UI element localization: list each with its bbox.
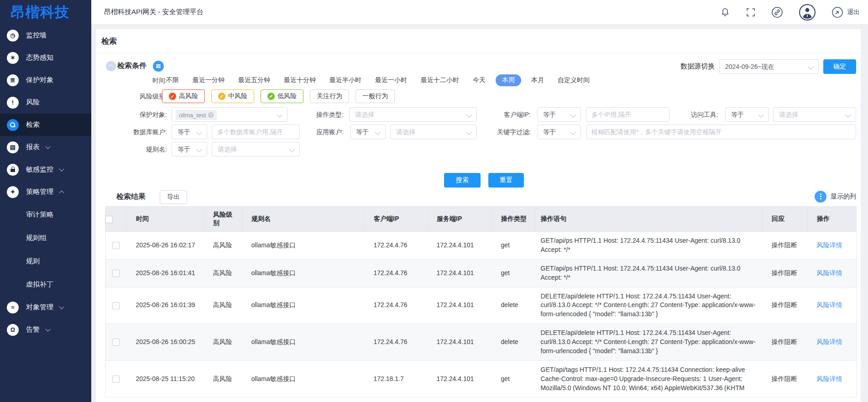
keyword-input[interactable] bbox=[586, 125, 856, 139]
client-ip-cell: 172.24.4.76 bbox=[365, 324, 428, 361]
collapse-conditions-icon[interactable] bbox=[106, 61, 116, 71]
server-ip-cell: 172.24.4.101 bbox=[428, 287, 492, 324]
risk-level-cell: 高风险 bbox=[204, 259, 242, 287]
risk-level-button[interactable]: ✓中风险 bbox=[211, 89, 254, 103]
sidebar-item-object-management[interactable]: ≡对象管理 bbox=[0, 296, 91, 318]
bell-icon: Ω bbox=[7, 324, 19, 336]
rule-name-select[interactable]: 请选择 bbox=[212, 142, 300, 157]
risk-level-button[interactable]: ✓高风险 bbox=[162, 89, 205, 103]
action-cell: 风险详情 bbox=[808, 287, 857, 324]
time-option[interactable]: 最近十二小时 bbox=[421, 76, 459, 84]
response-cell: 操作阻断 bbox=[763, 259, 808, 287]
sidebar-item-sensitive-monitoring[interactable]: 敏感监控 bbox=[0, 158, 91, 181]
show-columns-toggle[interactable]: 显示的列 bbox=[815, 191, 856, 203]
chevron-down-icon bbox=[45, 326, 50, 331]
column-header: 操作类型 bbox=[492, 207, 535, 232]
statement-cell: GET/api/ps HTTP/1.1 Host: 172.24.4.75:11… bbox=[535, 259, 763, 287]
sidebar-subitem-rules[interactable]: 规则 bbox=[0, 250, 91, 273]
risk-detail-link[interactable]: 风险详情 bbox=[817, 375, 842, 382]
sidebar-item-label: 保护对象 bbox=[26, 76, 53, 84]
row-checkbox[interactable] bbox=[112, 376, 120, 383]
sidebar-item-situation-awareness[interactable]: ✶态势感知 bbox=[0, 47, 91, 69]
fullscreen-icon[interactable] bbox=[746, 7, 756, 17]
sidebar-item-alarm[interactable]: Ω告警 bbox=[0, 318, 91, 341]
risk-detail-link[interactable]: 风险详情 bbox=[817, 338, 842, 345]
app-account-operator-select[interactable]: 等于 bbox=[350, 125, 386, 139]
link-icon[interactable] bbox=[771, 6, 783, 18]
select-all-checkbox[interactable] bbox=[105, 216, 113, 223]
client-ip-operator-select[interactable]: 等于 bbox=[537, 107, 581, 122]
access-tool-select[interactable]: 请选择 bbox=[773, 107, 856, 122]
client-ip-cell: 172.24.4.76 bbox=[365, 232, 428, 260]
access-tool-operator-select[interactable]: 等于 bbox=[725, 107, 769, 122]
sidebar-item-search[interactable]: 检索 bbox=[0, 114, 91, 136]
column-header: 风险级别 bbox=[204, 207, 242, 232]
db-account-operator-select[interactable]: 等于 bbox=[172, 125, 207, 139]
notification-bell-icon[interactable] bbox=[720, 7, 730, 17]
time-option[interactable]: 最近半小时 bbox=[329, 76, 361, 84]
risk-level-cell: 高风险 bbox=[204, 232, 242, 260]
user-avatar[interactable] bbox=[799, 4, 816, 21]
search-button[interactable]: 搜索 bbox=[444, 173, 481, 188]
table-header-row: 时间风险级别规则名客户端IP服务端IP操作类型操作语句回应操作 bbox=[105, 207, 857, 232]
conditions-menu-icon[interactable] bbox=[153, 61, 164, 72]
search-icon bbox=[7, 119, 19, 131]
sidebar-nav: ◷监控墙✶态势感知≣保护对象!风险检索▤报表敏感监控✦策略管理审计策略规则组规则… bbox=[0, 24, 91, 341]
column-header: 操作语句 bbox=[535, 207, 763, 232]
risk-detail-link[interactable]: 风险详情 bbox=[817, 269, 842, 277]
list-icon: ≡ bbox=[7, 302, 19, 313]
operation-type-label: 操作类型: bbox=[269, 107, 344, 122]
remove-tag-icon[interactable]: × bbox=[208, 112, 214, 118]
lock-icon bbox=[7, 164, 19, 176]
row-checkbox[interactable] bbox=[112, 270, 120, 277]
sidebar-item-policy-management[interactable]: ✦策略管理 bbox=[0, 181, 91, 203]
statement-cell: GET/api/ps HTTP/1.1 Host: 172.24.4.75:11… bbox=[535, 232, 763, 260]
sidebar-item-label: 风险 bbox=[26, 98, 40, 107]
time-option[interactable]: 今天 bbox=[473, 76, 486, 84]
sidebar-subitem-audit-policy[interactable]: 审计策略 bbox=[0, 203, 91, 226]
sidebar-item-label: 对象管理 bbox=[26, 303, 53, 312]
rule-name-operator-select[interactable]: 等于 bbox=[172, 142, 207, 157]
time-option[interactable]: 本周 bbox=[496, 74, 521, 86]
sidebar-subitem-rule-group[interactable]: 规则组 bbox=[0, 226, 91, 250]
risk-detail-link[interactable]: 风险详情 bbox=[817, 301, 842, 308]
logout-button[interactable]: 退出 bbox=[831, 6, 868, 18]
sidebar-item-reports[interactable]: ▤报表 bbox=[0, 136, 91, 158]
sidebar-item-monitor-wall[interactable]: ◷监控墙 bbox=[0, 24, 91, 47]
time-option[interactable]: 最近五分钟 bbox=[238, 76, 270, 84]
chevron-down-icon bbox=[59, 304, 64, 309]
rule-name-label: 规则名: bbox=[96, 142, 167, 157]
results-title: 检索结果 bbox=[116, 192, 146, 202]
time-option[interactable]: 本月 bbox=[531, 76, 544, 84]
keyword-operator-select[interactable]: 等于 bbox=[537, 125, 581, 139]
datasource-confirm-button[interactable]: 确定 bbox=[823, 59, 856, 74]
risk-level-cell: 高风险 bbox=[204, 287, 242, 324]
topbar-actions: 退出 bbox=[720, 4, 868, 21]
time-option[interactable]: 最近一小时 bbox=[375, 76, 407, 84]
sidebar-item-risk[interactable]: !风险 bbox=[0, 91, 91, 114]
risk-level-button[interactable]: 一般行为 bbox=[356, 89, 395, 103]
row-checkbox[interactable] bbox=[112, 339, 120, 346]
row-checkbox[interactable] bbox=[112, 242, 120, 249]
column-header: 规则名 bbox=[242, 207, 365, 232]
risk-level-button[interactable]: ✓低风险 bbox=[261, 89, 303, 103]
chevron-down-icon bbox=[570, 112, 576, 118]
client-ip-cell: 172.24.4.76 bbox=[365, 259, 428, 287]
row-checkbox[interactable] bbox=[112, 302, 120, 309]
time-option[interactable]: 不限 bbox=[166, 76, 179, 84]
check-icon: ✓ bbox=[218, 93, 225, 100]
reset-button[interactable]: 重置 bbox=[488, 173, 524, 188]
sidebar-item-protected-objects[interactable]: ≣保护对象 bbox=[0, 69, 91, 91]
risk-detail-link[interactable]: 风险详情 bbox=[817, 241, 842, 249]
time-option[interactable]: 最近一分钟 bbox=[193, 76, 225, 84]
risk-level-button-label: 一般行为 bbox=[362, 92, 388, 100]
export-button[interactable]: 导出 bbox=[160, 190, 187, 204]
policy-icon: ✦ bbox=[7, 186, 19, 198]
time-option[interactable]: 最近十分钟 bbox=[284, 76, 316, 84]
time-cell: 2025-08-26 16:01:39 bbox=[127, 287, 204, 324]
radar-icon: ✶ bbox=[7, 52, 19, 64]
time-option[interactable]: 自定义时间 bbox=[558, 76, 590, 84]
sidebar-subitem-virtual-patch[interactable]: 虚拟补丁 bbox=[0, 273, 91, 296]
datasource-select[interactable]: 2024-09-26~现在 bbox=[719, 59, 819, 74]
risk-level-button[interactable]: 关注行为 bbox=[310, 89, 349, 103]
